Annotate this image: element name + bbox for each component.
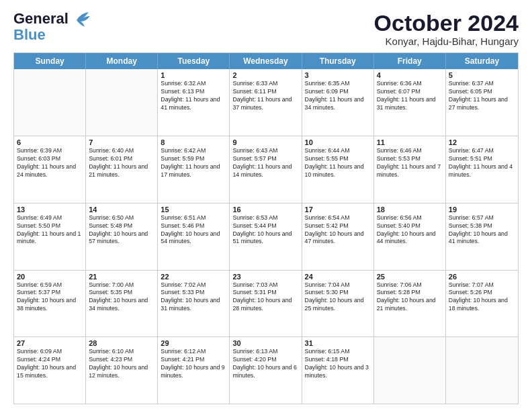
day-info: Sunrise: 7:04 AM Sunset: 5:30 PM Dayligh… [305, 281, 371, 314]
day-number: 11 [377, 138, 443, 146]
logo-text: General Blue [13, 11, 69, 43]
calendar-cell: 5Sunrise: 6:37 AM Sunset: 6:05 PM Daylig… [446, 69, 518, 136]
day-info: Sunrise: 6:49 AM Sunset: 5:50 PM Dayligh… [17, 214, 83, 246]
day-number: 4 [377, 71, 443, 79]
calendar-cell: 18Sunrise: 6:56 AM Sunset: 5:40 PM Dayli… [374, 203, 446, 270]
calendar-cell: 14Sunrise: 6:50 AM Sunset: 5:48 PM Dayli… [86, 203, 158, 270]
day-number: 29 [161, 339, 226, 347]
page: General Blue October 2024 Konyar, Hajdu-… [0, 0, 532, 411]
calendar-cell: 22Sunrise: 7:02 AM Sunset: 5:33 PM Dayli… [158, 271, 230, 337]
day-number: 27 [17, 339, 83, 347]
logo-bird-icon [70, 11, 91, 30]
calendar-cell: 17Sunrise: 6:54 AM Sunset: 5:42 PM Dayli… [302, 203, 374, 270]
day-number: 12 [449, 138, 515, 146]
day-number: 3 [305, 71, 371, 79]
calendar-cell: 8Sunrise: 6:42 AM Sunset: 5:59 PM Daylig… [158, 136, 230, 203]
calendar-row-2: 13Sunrise: 6:49 AM Sunset: 5:50 PM Dayli… [14, 203, 518, 271]
day-number: 17 [305, 205, 371, 214]
calendar-cell: 27Sunrise: 6:09 AM Sunset: 4:24 PM Dayli… [14, 337, 86, 404]
day-info: Sunrise: 7:02 AM Sunset: 5:33 PM Dayligh… [161, 281, 226, 314]
calendar-cell: 19Sunrise: 6:57 AM Sunset: 5:38 PM Dayli… [446, 203, 518, 270]
calendar-cell [14, 69, 86, 136]
calendar: SundayMondayTuesdayWednesdayThursdayFrid… [13, 52, 519, 404]
day-number: 21 [89, 273, 154, 281]
calendar-cell: 3Sunrise: 6:35 AM Sunset: 6:09 PM Daylig… [302, 69, 374, 136]
day-info: Sunrise: 6:39 AM Sunset: 6:03 PM Dayligh… [17, 147, 83, 179]
day-header-tuesday: Tuesday [158, 53, 230, 69]
calendar-cell: 9Sunrise: 6:43 AM Sunset: 5:57 PM Daylig… [230, 136, 302, 203]
calendar-row-1: 6Sunrise: 6:39 AM Sunset: 6:03 PM Daylig… [14, 136, 518, 203]
day-info: Sunrise: 6:13 AM Sunset: 4:20 PM Dayligh… [232, 348, 298, 380]
calendar-row-4: 27Sunrise: 6:09 AM Sunset: 4:24 PM Dayli… [14, 337, 518, 404]
calendar-cell: 1Sunrise: 6:32 AM Sunset: 6:13 PM Daylig… [158, 69, 230, 136]
day-header-wednesday: Wednesday [230, 53, 302, 69]
day-info: Sunrise: 6:12 AM Sunset: 4:21 PM Dayligh… [161, 348, 226, 380]
calendar-cell: 30Sunrise: 6:13 AM Sunset: 4:20 PM Dayli… [230, 337, 302, 404]
calendar-cell: 28Sunrise: 6:10 AM Sunset: 4:23 PM Dayli… [86, 337, 158, 404]
title-block: October 2024 Konyar, Hajdu-Bihar, Hungar… [374, 11, 519, 47]
calendar-cell: 24Sunrise: 7:04 AM Sunset: 5:30 PM Dayli… [302, 271, 374, 337]
day-number: 13 [17, 205, 83, 214]
calendar-cell: 25Sunrise: 7:06 AM Sunset: 5:28 PM Dayli… [374, 271, 446, 337]
day-number: 6 [17, 138, 83, 146]
day-number: 18 [377, 205, 443, 214]
day-header-friday: Friday [374, 53, 446, 69]
day-number: 22 [161, 273, 226, 281]
day-info: Sunrise: 7:07 AM Sunset: 5:26 PM Dayligh… [449, 281, 515, 314]
day-info: Sunrise: 6:47 AM Sunset: 5:51 PM Dayligh… [449, 147, 515, 179]
day-info: Sunrise: 6:43 AM Sunset: 5:57 PM Dayligh… [232, 147, 298, 179]
calendar-cell: 16Sunrise: 6:53 AM Sunset: 5:44 PM Dayli… [230, 203, 302, 270]
day-info: Sunrise: 6:37 AM Sunset: 6:05 PM Dayligh… [449, 80, 515, 112]
calendar-cell: 31Sunrise: 6:15 AM Sunset: 4:18 PM Dayli… [302, 337, 374, 404]
calendar-cell: 23Sunrise: 7:03 AM Sunset: 5:31 PM Dayli… [230, 271, 302, 337]
day-info: Sunrise: 6:53 AM Sunset: 5:44 PM Dayligh… [232, 214, 298, 246]
day-number: 28 [89, 339, 154, 347]
day-info: Sunrise: 7:03 AM Sunset: 5:31 PM Dayligh… [232, 281, 298, 314]
day-info: Sunrise: 6:15 AM Sunset: 4:18 PM Dayligh… [305, 348, 371, 380]
calendar-cell: 21Sunrise: 7:00 AM Sunset: 5:35 PM Dayli… [86, 271, 158, 337]
day-info: Sunrise: 6:35 AM Sunset: 6:09 PM Dayligh… [305, 80, 371, 112]
day-info: Sunrise: 6:46 AM Sunset: 5:53 PM Dayligh… [377, 147, 443, 179]
calendar-cell: 26Sunrise: 7:07 AM Sunset: 5:26 PM Dayli… [446, 271, 518, 337]
calendar-cell [86, 69, 158, 136]
day-number: 1 [161, 71, 226, 79]
calendar-cell [374, 337, 446, 404]
calendar-cell: 13Sunrise: 6:49 AM Sunset: 5:50 PM Dayli… [14, 203, 86, 270]
day-info: Sunrise: 6:50 AM Sunset: 5:48 PM Dayligh… [89, 214, 154, 246]
logo: General Blue [13, 11, 91, 43]
calendar-row-0: 1Sunrise: 6:32 AM Sunset: 6:13 PM Daylig… [14, 69, 518, 136]
day-info: Sunrise: 6:32 AM Sunset: 6:13 PM Dayligh… [161, 80, 226, 112]
day-number: 2 [232, 71, 298, 79]
day-number: 5 [449, 71, 515, 79]
calendar-header: SundayMondayTuesdayWednesdayThursdayFrid… [14, 53, 518, 69]
calendar-cell: 4Sunrise: 6:36 AM Sunset: 6:07 PM Daylig… [374, 69, 446, 136]
day-info: Sunrise: 6:10 AM Sunset: 4:23 PM Dayligh… [89, 348, 154, 380]
calendar-cell: 20Sunrise: 6:59 AM Sunset: 5:37 PM Dayli… [14, 271, 86, 337]
day-number: 15 [161, 205, 226, 214]
logo-general: General [13, 10, 69, 27]
calendar-cell: 11Sunrise: 6:46 AM Sunset: 5:53 PM Dayli… [374, 136, 446, 203]
day-info: Sunrise: 6:57 AM Sunset: 5:38 PM Dayligh… [449, 214, 515, 246]
day-number: 8 [161, 138, 226, 146]
day-number: 7 [89, 138, 154, 146]
calendar-cell: 12Sunrise: 6:47 AM Sunset: 5:51 PM Dayli… [446, 136, 518, 203]
day-info: Sunrise: 6:33 AM Sunset: 6:11 PM Dayligh… [232, 80, 298, 112]
calendar-cell: 2Sunrise: 6:33 AM Sunset: 6:11 PM Daylig… [230, 69, 302, 136]
day-number: 19 [449, 205, 515, 214]
day-info: Sunrise: 6:40 AM Sunset: 6:01 PM Dayligh… [89, 147, 154, 179]
day-info: Sunrise: 6:09 AM Sunset: 4:24 PM Dayligh… [17, 348, 83, 380]
calendar-cell: 29Sunrise: 6:12 AM Sunset: 4:21 PM Dayli… [158, 337, 230, 404]
day-number: 25 [377, 273, 443, 281]
day-info: Sunrise: 6:44 AM Sunset: 5:55 PM Dayligh… [305, 147, 371, 179]
day-header-sunday: Sunday [14, 53, 86, 69]
header: General Blue October 2024 Konyar, Hajdu-… [13, 11, 519, 47]
day-number: 24 [305, 273, 371, 281]
day-header-monday: Monday [86, 53, 158, 69]
day-info: Sunrise: 7:00 AM Sunset: 5:35 PM Dayligh… [89, 281, 154, 314]
day-info: Sunrise: 7:06 AM Sunset: 5:28 PM Dayligh… [377, 281, 443, 314]
calendar-body: 1Sunrise: 6:32 AM Sunset: 6:13 PM Daylig… [14, 69, 518, 404]
calendar-cell: 6Sunrise: 6:39 AM Sunset: 6:03 PM Daylig… [14, 136, 86, 203]
day-number: 14 [89, 205, 154, 214]
calendar-cell [446, 337, 518, 404]
day-info: Sunrise: 6:54 AM Sunset: 5:42 PM Dayligh… [305, 214, 371, 246]
